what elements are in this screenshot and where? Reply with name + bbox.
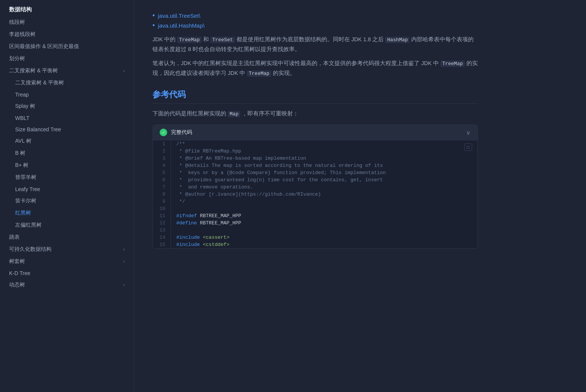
list-item-hashmap: java.util.HashMap\ xyxy=(152,20,478,30)
line-num: 9 xyxy=(153,198,171,205)
para3-suffix: ，即有序不可重映射： xyxy=(242,110,298,117)
section-heading-code: 参考代码 xyxy=(152,89,478,104)
code-area: □ 1 /** 2 * @file RBTreeMap.hpp xyxy=(153,140,477,248)
content-area: java.util.TreeSet\ java.util.HashMap\ JD… xyxy=(152,0,478,249)
line-code: #include <cassert> xyxy=(171,234,477,241)
sidebar-item-dynamic-tree[interactable]: 动态树 › xyxy=(0,279,134,291)
table-row: 2 * @file RBTreeMap.hpp xyxy=(153,148,477,155)
copy-button[interactable]: □ xyxy=(464,143,472,151)
sidebar-item-lichao-tree[interactable]: 李超线段树 xyxy=(0,28,134,40)
code-block-header: ✓ 完整代码 ∨ xyxy=(153,125,477,140)
line-num: 12 xyxy=(153,219,171,227)
line-code: * @file RBTreeMap.hpp xyxy=(171,148,477,155)
line-num: 14 xyxy=(153,234,171,241)
sidebar-item-range-ops[interactable]: 区间最值操作 & 区间历史最值 xyxy=(0,40,134,53)
code-area-wrapper: □ 1 /** 2 * @file RBTreeMap.hpp xyxy=(153,140,477,248)
bullet-list: java.util.TreeSet\ java.util.HashMap\ xyxy=(152,11,478,30)
table-row: 14 #include <cassert> xyxy=(153,234,477,241)
sidebar-item-rb-tree[interactable]: 红黑树 xyxy=(0,207,134,219)
line-code: #define RBTREE_MAP_HPP xyxy=(171,219,477,227)
table-row: 5 * keys or by a {@code Compare} functio… xyxy=(153,169,477,176)
table-row: 13 xyxy=(153,227,477,234)
sidebar-item-left-rb-tree[interactable]: 左偏红黑树 xyxy=(0,219,134,231)
dynamic-arrow-icon: › xyxy=(123,282,125,288)
line-num: 4 xyxy=(153,162,171,169)
line-code: * @author [r.ivance](https://github.com/… xyxy=(171,191,477,198)
line-code: * provides guaranteed log(n) time cost f… xyxy=(171,176,477,184)
line-num: 10 xyxy=(153,205,171,212)
sidebar-item-bst-balanced-sub[interactable]: 二叉搜索树 & 平衡树 xyxy=(0,77,134,89)
chevron-down-icon[interactable]: ∨ xyxy=(466,129,471,136)
code-block-container: ✓ 完整代码 ∨ □ 1 /** xyxy=(152,124,478,249)
treeset-link[interactable]: java.util.TreeSet\ xyxy=(158,12,200,19)
line-code: * @details The map is sorted according t… xyxy=(171,162,477,169)
table-row: 15 #include <cstddef> xyxy=(153,241,477,248)
sidebar-item-segment-tree[interactable]: 线段树 xyxy=(0,16,134,28)
code-table: 1 /** 2 * @file RBTreeMap.hpp 3 * @brief… xyxy=(153,140,477,248)
para-code-desc: 下面的代码是用红黑树实现的 Map ，即有序不可重映射： xyxy=(152,109,478,119)
line-num: 8 xyxy=(153,191,171,198)
line-num: 3 xyxy=(153,155,171,162)
sidebar-item-tree-set[interactable]: 树套树 › xyxy=(0,255,134,268)
sidebar-item-size-balanced-tree[interactable]: Size Balanced Tree xyxy=(0,124,134,135)
main-content: java.util.TreeSet\ java.util.HashMap\ JD… xyxy=(134,0,586,392)
line-code: */ xyxy=(171,198,477,205)
sidebar-item-kd-tree[interactable]: K-D Tree xyxy=(0,268,134,279)
sidebar-item-persistent[interactable]: 可持久化数据结构 › xyxy=(0,243,134,255)
table-row: 3 * @brief An RBTree-based map implement… xyxy=(153,155,477,162)
sidebar-item-treap[interactable]: Treap xyxy=(0,89,134,100)
sidebar-item-cartesian-tree[interactable]: 笛卡尔树 xyxy=(0,195,134,207)
line-code: #ifndef RBTREE_MAP_HPP xyxy=(171,212,477,219)
sidebar-item-wblt[interactable]: WBLT xyxy=(0,112,134,124)
hashmap-link[interactable]: java.util.HashMap\ xyxy=(158,22,204,29)
table-row: 9 */ xyxy=(153,198,477,205)
sidebar-item-avl[interactable]: AVL 树 xyxy=(0,135,134,147)
para-recommendation: 笔者认为，JDK 中的红黑树实现是主流红黑树实现中可读性最高的，本文提供的参考代… xyxy=(152,59,478,78)
table-row: 10 xyxy=(153,205,477,212)
line-num: 2 xyxy=(153,148,171,155)
code-block-title: 完整代码 xyxy=(171,129,192,136)
bst-arrow-icon: › xyxy=(123,68,125,73)
sidebar-section-title: 数据结构 xyxy=(0,0,134,16)
sidebar: 数据结构 线段树 李超线段树 区间最值操作 & 区间历史最值 划分树 二叉搜索树… xyxy=(0,0,134,392)
line-code: * keys or by a {@code Compare} function … xyxy=(171,169,477,176)
code-map: Map xyxy=(228,111,240,117)
line-num: 7 xyxy=(153,184,171,191)
code-treemap3: TreeMap xyxy=(247,70,271,77)
line-code: * and remove operations. xyxy=(171,184,477,191)
sidebar-item-scapegoat[interactable]: 替罪羊树 xyxy=(0,171,134,184)
code-treemap: TreeMap xyxy=(177,37,202,43)
line-num: 1 xyxy=(153,140,171,148)
sidebar-item-bplus-tree[interactable]: B+ 树 xyxy=(0,159,134,171)
line-num: 11 xyxy=(153,212,171,219)
sidebar-item-leafy-tree[interactable]: Leafy Tree xyxy=(0,184,134,195)
table-row: 11 #ifndef RBTREE_MAP_HPP xyxy=(153,212,477,219)
treeset-arrow-icon: › xyxy=(123,259,125,264)
sidebar-item-divide-tree[interactable]: 划分树 xyxy=(0,53,134,65)
line-num: 15 xyxy=(153,241,171,248)
sidebar-item-bst-balanced[interactable]: 二叉搜索树 & 平衡树 › xyxy=(0,65,134,77)
sidebar-item-b-tree[interactable]: B 树 xyxy=(0,147,134,159)
table-row: 4 * @details The map is sorted according… xyxy=(153,162,477,169)
sidebar-item-splay[interactable]: Splay 树 xyxy=(0,100,134,112)
table-row: 7 * and remove operations. xyxy=(153,184,477,191)
line-code xyxy=(171,227,477,234)
code-block-header-left: ✓ 完整代码 xyxy=(160,129,192,136)
line-code: * @brief An RBTree-based map implementat… xyxy=(171,155,477,162)
table-row: 12 #define RBTREE_MAP_HPP xyxy=(153,219,477,227)
line-num: 6 xyxy=(153,176,171,184)
check-icon: ✓ xyxy=(160,129,167,136)
table-row: 8 * @author [r.ivance](https://github.co… xyxy=(153,191,477,198)
table-row: 6 * provides guaranteed log(n) time cost… xyxy=(153,176,477,184)
line-code xyxy=(171,205,477,212)
code-treeset: TreeSet xyxy=(210,37,235,43)
table-row: 1 /** xyxy=(153,140,477,148)
sidebar-item-skip-list[interactable]: 跳表 xyxy=(0,231,134,243)
code-treemap2: TreeMap xyxy=(440,61,465,67)
line-code: #include <cstddef> xyxy=(171,241,477,248)
list-item-treeset: java.util.TreeSet\ xyxy=(152,11,478,20)
line-code: /** xyxy=(171,140,477,148)
para3-prefix: 下面的代码是用红黑树实现的 xyxy=(152,110,226,117)
line-num: 5 xyxy=(153,169,171,176)
persistent-arrow-icon: › xyxy=(123,247,125,252)
